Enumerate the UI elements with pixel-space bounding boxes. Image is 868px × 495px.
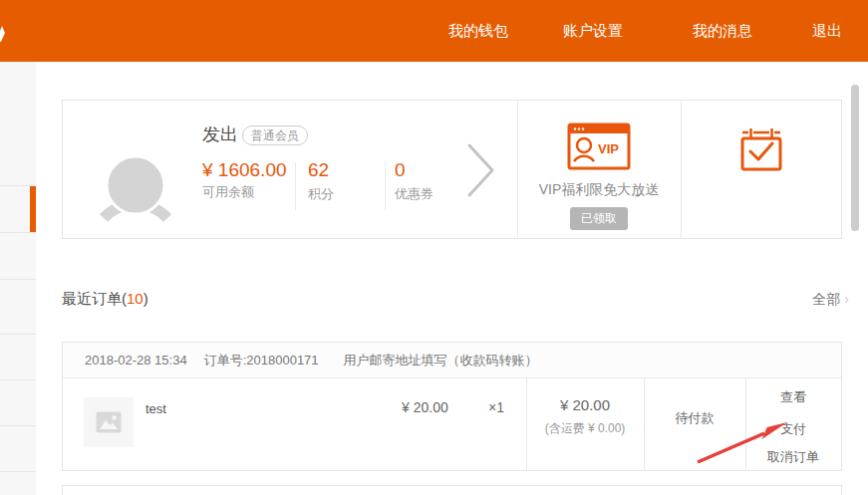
product-name[interactable]: test xyxy=(145,401,166,416)
order-status: 待付款 xyxy=(644,409,745,427)
avatar[interactable] xyxy=(98,150,173,226)
balance-value: ¥ 1606.00 xyxy=(202,158,297,181)
vip-promo[interactable]: VIP VIP福利限免大放送 已领取 xyxy=(517,101,681,238)
product-quantity: ×1 xyxy=(488,399,504,415)
logo-fragment xyxy=(0,26,10,42)
scrollbar-thumb[interactable] xyxy=(851,85,859,231)
shipping-note: (含运费 ¥ 0.00) xyxy=(526,420,644,437)
stat-divider xyxy=(295,162,296,210)
order-body: test ¥ 20.00 ×1 ¥ 20.00 (含运费 ¥ 0.00) 待付款… xyxy=(63,378,841,471)
cancel-order-link[interactable]: 取消订单 xyxy=(745,448,841,466)
pay-order-link[interactable]: 支付 xyxy=(745,420,841,438)
coupons-stat: 0 优惠券 xyxy=(395,158,434,203)
chevron-right-icon[interactable] xyxy=(466,142,496,198)
sidebar-divider xyxy=(0,232,36,233)
product-thumbnail[interactable] xyxy=(84,397,134,447)
sidebar-divider xyxy=(0,379,36,380)
header-nav: 我的钱包 账户设置 我的消息 退出 xyxy=(448,0,868,62)
svg-text:VIP: VIP xyxy=(598,141,619,156)
calendar-check-icon[interactable] xyxy=(738,127,784,173)
sidebar xyxy=(0,62,36,495)
top-header: 我的钱包 账户设置 我的消息 退出 xyxy=(0,0,868,62)
nav-account-settings[interactable]: 账户设置 xyxy=(563,22,623,41)
view-order-link[interactable]: 查看 xyxy=(745,388,841,406)
stat-divider xyxy=(385,162,386,210)
check-in-promo xyxy=(681,101,841,238)
recent-orders-title: 最近订单(10) xyxy=(62,290,148,309)
username: 发出 xyxy=(202,123,238,146)
nav-logout[interactable]: 退出 xyxy=(812,22,842,41)
view-all-link[interactable]: 全部› xyxy=(812,291,849,309)
next-order-card-edge xyxy=(62,485,842,495)
vip-promo-title: VIP福利限免大放送 xyxy=(517,181,681,199)
coupons-value: 0 xyxy=(395,158,434,181)
sidebar-divider xyxy=(0,425,36,426)
balance-stat: ¥ 1606.00 可用余额 xyxy=(202,158,297,201)
sidebar-divider xyxy=(0,279,36,280)
member-level-badge: 普通会员 xyxy=(242,125,308,145)
nav-my-messages[interactable]: 我的消息 xyxy=(693,22,752,41)
chevron-right-small-icon: › xyxy=(844,291,849,307)
coupons-label: 优惠券 xyxy=(395,185,434,203)
sidebar-active-indicator[interactable] xyxy=(30,186,36,232)
order-card: 2018-02-28 15:34 订单号:2018000171 用户邮寄地址填写… xyxy=(62,342,842,471)
user-card: 发出 普通会员 ¥ 1606.00 可用余额 62 积分 0 优惠券 VIP V… xyxy=(62,100,842,239)
order-total-cell: ¥ 20.00 (含运费 ¥ 0.00) xyxy=(526,396,644,437)
nav-my-wallet[interactable]: 我的钱包 xyxy=(448,22,508,41)
balance-label: 可用余额 xyxy=(202,183,297,201)
order-note: 用户邮寄地址填写（收款码转账） xyxy=(344,352,538,370)
order-total: ¥ 20.00 xyxy=(526,396,644,413)
product-price: ¥ 20.00 xyxy=(402,399,448,415)
order-number: 订单号:2018000171 xyxy=(204,352,319,370)
points-label: 积分 xyxy=(308,185,334,203)
claimed-badge[interactable]: 已领取 xyxy=(570,207,628,230)
orders-count: 10 xyxy=(127,290,144,307)
sidebar-divider xyxy=(0,471,36,472)
vip-browser-icon: VIP xyxy=(567,123,631,170)
points-stat: 62 积分 xyxy=(308,158,334,203)
order-datetime: 2018-02-28 15:34 xyxy=(85,353,187,368)
order-header: 2018-02-28 15:34 订单号:2018000171 用户邮寄地址填写… xyxy=(63,343,841,378)
image-placeholder-icon xyxy=(96,411,122,433)
points-value: 62 xyxy=(308,158,334,181)
order-actions: 查看 支付 取消订单 xyxy=(745,378,841,471)
sidebar-divider xyxy=(0,334,36,335)
